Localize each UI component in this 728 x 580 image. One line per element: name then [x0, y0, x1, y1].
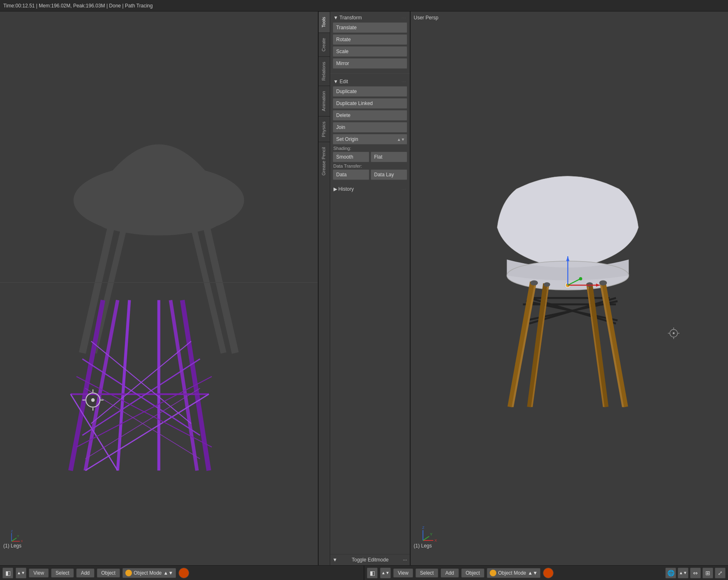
svg-point-26 [91, 398, 95, 402]
svg-text:Y: Y [17, 534, 19, 538]
svg-rect-0 [0, 12, 318, 564]
toggle-dots: ··· [403, 557, 407, 563]
tab-grease-pencil[interactable]: Grease Pencil [319, 142, 330, 180]
set-origin-button[interactable]: Set Origin ▲▼ [333, 134, 407, 145]
data-transfer-label: Data Transfer: [333, 164, 407, 168]
right-object-label: (1) Legs [414, 543, 432, 549]
edit-header[interactable]: ▼ Edit ··· [333, 77, 407, 86]
data-lay-button[interactable]: Data Lay [371, 169, 407, 180]
left-mode-selector[interactable]: Object Mode ▲▼ [122, 568, 176, 578]
right-mode-selector[interactable]: Object Mode ▲▼ [487, 568, 540, 578]
toggle-label: Toggle Editmode [352, 557, 388, 563]
tab-relations[interactable]: Relations [319, 56, 330, 86]
set-origin-arrow: ▲▼ [397, 137, 405, 142]
right-extra-1[interactable]: 🌐 [665, 568, 676, 578]
svg-line-33 [12, 538, 16, 541]
svg-text:Z: Z [422, 526, 425, 530]
main-content: Z X Y (1) Legs Tools Create Relations An… [0, 12, 728, 565]
tools-panel: ▼ Transform ··· Translate Rotate Scale M… [330, 12, 411, 565]
left-object-btn[interactable]: Object [97, 568, 120, 578]
tab-create[interactable]: Create [319, 33, 330, 56]
right-view-btn[interactable]: View [393, 568, 413, 578]
axis-indicator-right: Z X Y [419, 524, 439, 545]
shading-label: Shading: [333, 146, 407, 151]
svg-text:Z: Z [11, 529, 13, 533]
bottom-bar-right: ◧ ▲▼ View Select Add Object Object Mode … [364, 566, 728, 580]
flat-button[interactable]: Flat [371, 152, 407, 162]
history-dots: ··· [402, 187, 406, 192]
svg-point-67 [672, 332, 674, 334]
history-arrow: ▶ History [333, 186, 354, 192]
right-extra-5[interactable]: ⤢ [715, 568, 726, 578]
right-extra-4[interactable]: ⊞ [702, 568, 713, 578]
tab-animation[interactable]: Animation [319, 86, 330, 116]
tab-physics[interactable]: Physics [319, 116, 330, 142]
right-icon-btn2[interactable]: ▲▼ [380, 568, 391, 578]
rotate-button[interactable]: Rotate [333, 34, 407, 45]
svg-rect-2 [94, 182, 223, 229]
axis-indicator-left: Z X Y [8, 528, 25, 545]
left-viewport[interactable]: Z X Y (1) Legs [0, 12, 319, 565]
toggle-arrow: ▼ [333, 557, 338, 563]
duplicate-linked-button[interactable]: Duplicate Linked [333, 98, 407, 109]
divider-1 [330, 73, 410, 74]
right-extra-2[interactable]: ▲▼ [678, 568, 688, 578]
tool-sidebar: Tools Create Relations Animation Physics… [319, 12, 330, 565]
history-section: ▶ History ··· [330, 183, 410, 195]
history-header[interactable]: ▶ History ··· [333, 185, 407, 194]
svg-point-57 [586, 282, 593, 287]
right-viewport[interactable]: User Persp Z X Y (1) Legs [411, 12, 728, 565]
data-transfer-row: Data Data Lay [333, 169, 407, 180]
delete-button[interactable]: Delete [333, 110, 407, 121]
right-render-icon[interactable] [543, 568, 554, 578]
right-icon-btn[interactable]: ◧ [367, 568, 378, 578]
svg-point-65 [579, 277, 582, 281]
duplicate-button[interactable]: Duplicate [333, 86, 407, 97]
top-bar: Time:00:12.51 | Mem:196.02M, Peak:196.03… [0, 0, 728, 12]
right-select-btn[interactable]: Select [416, 568, 438, 578]
svg-line-74 [423, 536, 429, 540]
transform-section: ▼ Transform ··· Translate Rotate Scale M… [330, 12, 410, 72]
left-select-btn[interactable]: Select [51, 568, 74, 578]
transform-arrow: ▼ Transform [333, 15, 362, 21]
svg-point-55 [599, 281, 607, 285]
right-mode-arrow: ▲▼ [528, 570, 538, 576]
right-add-btn[interactable]: Add [441, 568, 458, 578]
left-icon-btn2[interactable]: ▲▼ [16, 568, 26, 578]
status-text: Time:00:12.51 | Mem:196.02M, Peak:196.03… [3, 3, 153, 9]
bottom-bar-left: ◧ ▲▼ View Select Add Object Object Mode … [0, 566, 364, 580]
svg-point-54 [530, 281, 538, 285]
edit-arrow: ▼ Edit [333, 79, 348, 84]
left-mode-arrow: ▲▼ [163, 570, 173, 576]
mirror-button[interactable]: Mirror [333, 58, 407, 69]
transform-dots: ··· [402, 16, 406, 20]
edit-section: ▼ Edit ··· Duplicate Duplicate Linked De… [330, 75, 410, 183]
left-view-btn[interactable]: View [29, 568, 49, 578]
data-button[interactable]: Data [333, 169, 369, 180]
left-add-btn[interactable]: Add [76, 568, 94, 578]
scale-button[interactable]: Scale [333, 46, 407, 57]
shading-row: Smooth Flat [333, 152, 407, 162]
right-mode-label: Object Mode [498, 570, 526, 576]
svg-point-56 [543, 282, 550, 287]
toggle-header[interactable]: ▼ Toggle Editmode ··· [333, 557, 407, 563]
smooth-button[interactable]: Smooth [333, 152, 369, 162]
right-extra-3[interactable]: ⇔ [690, 568, 701, 578]
transform-header[interactable]: ▼ Transform ··· [333, 13, 407, 22]
toggle-section: ▼ Toggle Editmode ··· [330, 554, 410, 565]
svg-text:X: X [434, 538, 437, 543]
tab-tools[interactable]: Tools [319, 12, 330, 33]
join-button[interactable]: Join [333, 122, 407, 133]
left-icon-btn[interactable]: ◧ [2, 568, 13, 578]
bottom-bars: ◧ ▲▼ View Select Add Object Object Mode … [0, 565, 728, 580]
translate-button[interactable]: Translate [333, 22, 407, 33]
left-render-icon[interactable] [178, 568, 189, 578]
left-object-label: (1) Legs [3, 543, 21, 549]
left-mode-label: Object Mode [134, 570, 162, 576]
svg-text:Y: Y [430, 532, 432, 536]
edit-dots: ··· [402, 80, 406, 84]
right-object-btn[interactable]: Object [461, 568, 485, 578]
